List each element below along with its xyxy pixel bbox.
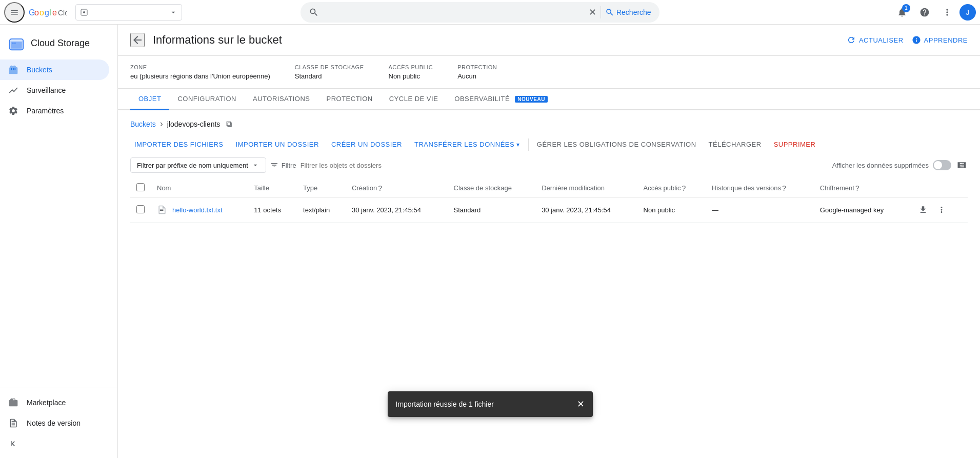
table-view-button[interactable]	[955, 159, 968, 171]
sidebar-item-parametres[interactable]: Paramètres	[0, 101, 109, 121]
row-derniere-modif: 30 janv. 2023, 21:45:54	[535, 197, 637, 223]
header-taille: Taille	[248, 179, 297, 197]
breadcrumb-current: jlodevops-clients	[167, 120, 221, 128]
supprimer-button[interactable]: SUPPRIMER	[770, 137, 820, 151]
sidebar-item-parametres-label: Paramètres	[27, 107, 64, 115]
info-zone: Zone eu (plusieurs régions dans l'Union …	[130, 64, 270, 80]
project-input[interactable]	[90, 8, 167, 16]
afficher-supprimees-label: Afficher les données supprimées	[832, 162, 929, 169]
afficher-supprimees-toggle[interactable]	[933, 160, 951, 170]
recherche-button[interactable]: Recherche	[605, 8, 651, 17]
header-creation: Création ?	[346, 179, 447, 197]
row-nom: hello-world.txt.txt	[151, 197, 248, 223]
tab-protection[interactable]: PROTECTION	[318, 89, 381, 110]
search-icon	[309, 7, 319, 17]
actualiser-button[interactable]: ACTUALISER	[847, 35, 904, 45]
filter-input[interactable]	[301, 162, 403, 169]
row-classe: Standard	[448, 197, 536, 223]
cloud-storage-icon	[8, 35, 25, 51]
telecharger-button[interactable]: TÉLÉCHARGER	[705, 137, 766, 151]
tab-configuration[interactable]: CONFIGURATION	[169, 89, 245, 110]
header-classe: Classe de stockage	[448, 179, 536, 197]
sidebar-item-marketplace[interactable]: Marketplace	[0, 392, 109, 413]
objects-table: Nom Taille Type Création ?	[130, 179, 968, 223]
tab-cycle-vie[interactable]: CYCLE DE VIE	[381, 89, 447, 110]
info-classe: Classe de stockage Standard	[295, 64, 364, 80]
creer-dossier-button[interactable]: CRÉER UN DOSSIER	[327, 137, 406, 151]
gerer-obligations-button[interactable]: GÉRER LES OBLIGATIONS DE CONSERVATION	[533, 137, 701, 151]
chevron-down-icon: ▾	[516, 141, 520, 148]
tab-objet[interactable]: OBJET	[130, 89, 169, 110]
row-chiffrement: Google-managed key	[814, 197, 909, 223]
apprendre-button[interactable]: APPRENDRE	[912, 35, 968, 45]
sidebar-item-buckets[interactable]: Buckets	[0, 59, 109, 80]
search-clear-icon[interactable]: ✕	[589, 7, 596, 18]
svg-text:o: o	[39, 8, 44, 17]
user-avatar[interactable]: J	[959, 4, 976, 21]
sidebar-title: Cloud Storage	[31, 38, 90, 49]
hamburger-menu[interactable]	[4, 2, 25, 23]
zone-label: Zone	[130, 64, 270, 70]
protection-value: Aucun	[457, 72, 497, 80]
header-chiffrement: Chiffrement ?	[814, 179, 909, 197]
zone-value: eu (plusieurs régions dans l'Union europ…	[130, 72, 270, 80]
sidebar-item-surveillance-label: Surveillance	[27, 86, 66, 94]
svg-rect-13	[160, 210, 164, 211]
row-type: text/plain	[297, 197, 346, 223]
acces-label: Accès public	[389, 64, 433, 70]
settings-icon	[8, 106, 18, 116]
creation-help-icon[interactable]: ?	[378, 184, 382, 192]
help-button[interactable]	[914, 2, 935, 23]
info-acces: Accès public Non public	[389, 64, 433, 80]
transferer-donnees-button[interactable]: TRANSFÉRER LES DONNÉES ▾	[410, 137, 524, 151]
more-file-options-button[interactable]	[933, 202, 950, 218]
select-all-checkbox[interactable]	[136, 183, 145, 191]
marketplace-icon	[8, 397, 18, 408]
google-cloud-logo: G o o g l e Cloud	[29, 6, 67, 18]
notifications-button[interactable]: 1	[892, 2, 912, 23]
snackbar-close-button[interactable]: ✕	[577, 399, 585, 410]
toolbar-divider	[528, 138, 529, 151]
header-type: Type	[297, 179, 346, 197]
svg-text:g: g	[45, 8, 49, 17]
nouveau-badge: NOUVEAU	[515, 96, 548, 103]
breadcrumb-buckets[interactable]: Buckets	[130, 120, 156, 128]
sidebar-collapse-button[interactable]	[0, 433, 117, 454]
tab-autorisations[interactable]: AUTORISATIONS	[245, 89, 318, 110]
tab-observabilite[interactable]: OBSERVABILITÉ NOUVEAU	[446, 89, 556, 110]
back-button[interactable]	[130, 33, 145, 47]
topbar-right: 1 J	[892, 2, 976, 23]
filter-prefix-selector[interactable]: Filtrer par préfixe de nom uniquement	[130, 157, 266, 173]
acces-help-icon[interactable]: ?	[682, 184, 686, 192]
svg-rect-12	[160, 209, 164, 209]
chiffrement-help-icon[interactable]: ?	[855, 184, 859, 192]
project-selector[interactable]	[75, 4, 182, 21]
importer-dossier-button[interactable]: IMPORTER UN DOSSIER	[232, 137, 323, 151]
bucket-info: Zone eu (plusieurs régions dans l'Union …	[118, 56, 980, 89]
more-options-button[interactable]	[937, 2, 957, 23]
row-checkbox[interactable]	[136, 205, 145, 213]
importer-fichiers-button[interactable]: IMPORTER DES FICHIERS	[130, 137, 228, 151]
download-file-button[interactable]	[915, 202, 931, 218]
row-checkbox-cell	[130, 197, 151, 223]
filter-icon	[270, 161, 278, 169]
svg-point-7	[83, 11, 85, 13]
filter-bar: Filtrer par préfixe de nom uniquement Fi…	[130, 157, 968, 173]
classe-label: Classe de stockage	[295, 64, 364, 70]
svg-text:l: l	[49, 8, 51, 17]
copy-bucket-name-button[interactable]: ⧉	[226, 120, 232, 129]
learn-icon	[912, 35, 921, 45]
row-acces-public: Non public	[637, 197, 706, 223]
header-acces-public: Accès public ?	[637, 179, 706, 197]
toggle-thumb	[934, 161, 942, 169]
snackbar: Importation réussie de 1 fichier ✕	[388, 391, 593, 417]
protection-label: Protection	[457, 64, 497, 70]
sidebar-item-marketplace-label: Marketplace	[27, 399, 66, 407]
sidebar-item-notes[interactable]: Notes de version	[0, 413, 109, 433]
historique-help-icon[interactable]: ?	[782, 184, 786, 192]
sidebar-item-surveillance[interactable]: Surveillance	[0, 80, 109, 101]
svg-text:o: o	[34, 8, 39, 17]
search-input[interactable]: storage	[323, 8, 585, 17]
file-name-link[interactable]: hello-world.txt.txt	[157, 205, 242, 215]
header-historique: Historique des versions ?	[706, 179, 814, 197]
